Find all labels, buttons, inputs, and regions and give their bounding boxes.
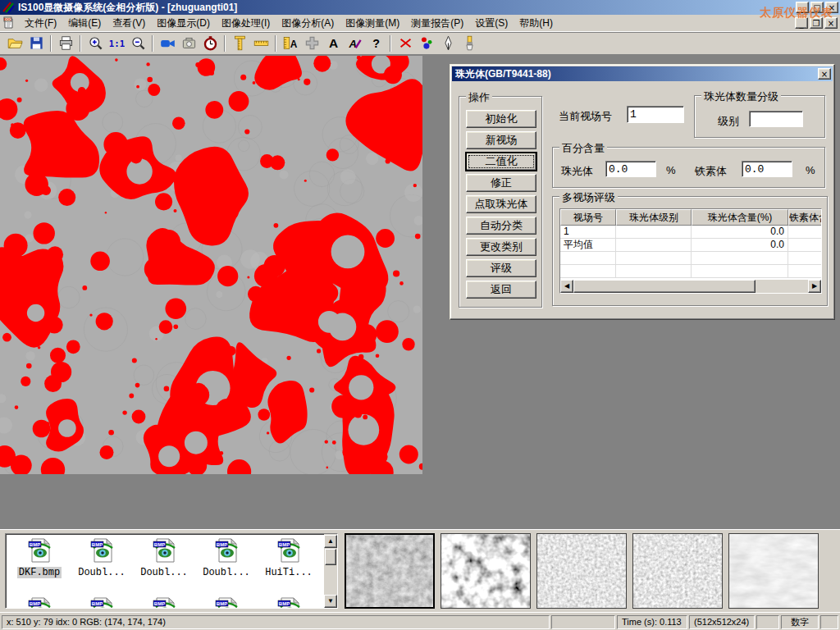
- save-button[interactable]: [25, 34, 47, 53]
- table-cell: [616, 239, 692, 252]
- file-item-partial[interactable]: BMP: [196, 596, 257, 609]
- minimize-button[interactable]: _: [796, 2, 809, 13]
- maximize-button[interactable]: □: [810, 2, 824, 13]
- scroll-down-button[interactable]: ▼: [324, 595, 337, 608]
- table-row[interactable]: [560, 252, 821, 265]
- file-scrollbar-thumb[interactable]: [325, 549, 336, 565]
- mdi-restore-button[interactable]: ❐: [810, 17, 823, 29]
- op-button-2[interactable]: 新视场: [466, 131, 536, 149]
- table-cell: [560, 265, 616, 278]
- measure-text-button[interactable]: A: [280, 34, 301, 53]
- delete-curve-button[interactable]: [395, 34, 416, 53]
- op-button-1[interactable]: 初始化: [466, 110, 536, 128]
- file-item-Doubl-[interactable]: BMPDoubl...: [196, 537, 257, 578]
- snapshot-button[interactable]: [178, 34, 199, 53]
- op-button-3[interactable]: 二值化: [466, 153, 536, 171]
- op-button-7[interactable]: 更改类别: [466, 238, 536, 256]
- op-button-5[interactable]: 点取珠光体: [466, 195, 536, 213]
- close-button[interactable]: ×: [825, 2, 838, 13]
- pen-button[interactable]: [437, 34, 459, 53]
- thumbnail-1[interactable]: [345, 533, 435, 609]
- rating-table[interactable]: 视场号珠光体级别珠光体含量(%)铁素体含量(%) 10.0平均值0.0 ◀ ▶: [559, 208, 822, 294]
- thumbnail-3[interactable]: [536, 533, 627, 609]
- table-column-header[interactable]: 铁素体含量(%): [788, 209, 822, 226]
- timer-button[interactable]: [199, 34, 221, 53]
- help-icon: ?: [368, 35, 384, 51]
- help-button[interactable]: ?: [365, 34, 386, 53]
- file-name: Doubl...: [201, 567, 252, 578]
- video-camera-button[interactable]: [157, 34, 178, 53]
- svg-text:A: A: [328, 36, 337, 50]
- scroll-right-button[interactable]: ▶: [808, 280, 821, 293]
- grade-input[interactable]: [749, 111, 803, 127]
- scroll-left-button[interactable]: ◀: [560, 280, 573, 293]
- menu-item-help[interactable]: 帮助(H): [514, 15, 559, 32]
- op-button-8[interactable]: 评级: [466, 259, 536, 277]
- current-field-input[interactable]: [627, 106, 684, 123]
- open-icon: [7, 35, 23, 51]
- table-horizontal-scrollbar[interactable]: ◀ ▶: [560, 280, 821, 293]
- file-item-partial[interactable]: BMP: [134, 596, 194, 609]
- menu-item-measure-report[interactable]: 测量报告(P): [405, 15, 469, 32]
- zoom-in-button[interactable]: [84, 34, 106, 53]
- table-row[interactable]: [560, 265, 821, 278]
- op-button-4[interactable]: 修正: [466, 174, 536, 192]
- table-cell: 0.0: [692, 226, 788, 239]
- table-column-header[interactable]: 珠光体级别: [616, 209, 692, 226]
- scroll-up-button[interactable]: ▲: [324, 535, 337, 548]
- open-button[interactable]: [4, 34, 25, 53]
- scrollbar-track[interactable]: [756, 280, 808, 293]
- file-item-DKF-bmp[interactable]: BMPDKF.bmp: [9, 537, 70, 578]
- table-row[interactable]: 10.0: [560, 226, 821, 239]
- dialog-title-bar[interactable]: 珠光体(GB/T9441-88) ×: [452, 66, 833, 81]
- text-button[interactable]: A: [322, 34, 344, 53]
- menu-item-image-process[interactable]: 图像处理(I): [216, 15, 276, 32]
- op-button-9[interactable]: 返回: [466, 281, 536, 299]
- print-button[interactable]: [55, 34, 76, 53]
- bmp-file-icon: BMP: [151, 537, 177, 564]
- file-item-Doubl-[interactable]: BMPDoubl...: [134, 537, 194, 578]
- menu-item-image-measure[interactable]: 图像测量(M): [340, 15, 405, 32]
- thumbnail-2[interactable]: [441, 533, 531, 609]
- file-item-partial[interactable]: BMP: [71, 596, 132, 609]
- op-button-6[interactable]: 自动分类: [466, 217, 536, 235]
- file-item-Doubl-[interactable]: BMPDoubl...: [71, 537, 132, 578]
- mdi-minimize-button[interactable]: _: [795, 17, 808, 29]
- file-item-HuiTi-[interactable]: BMPHuiTi...: [258, 537, 319, 578]
- ferrite-percent-input[interactable]: [742, 161, 792, 177]
- timer-icon: [203, 35, 218, 51]
- actual-size-button[interactable]: 1:1: [106, 34, 127, 53]
- file-list-scrollbar[interactable]: ▲ ▼: [324, 534, 337, 608]
- dialog-close-button[interactable]: ×: [818, 68, 831, 80]
- file-item-partial[interactable]: BMP: [9, 596, 70, 609]
- toolbar-buttons: 1:1AAA?: [4, 34, 480, 53]
- edit-text-button[interactable]: A: [344, 34, 365, 53]
- table-column-header[interactable]: 珠光体含量(%): [692, 209, 788, 226]
- pearlite-percent-input[interactable]: [605, 161, 656, 177]
- file-browser[interactable]: ▲ ▼ BMPDKF.bmpBMPDoubl...BMPDoubl...BMPD…: [5, 533, 338, 609]
- brush-button[interactable]: [459, 34, 480, 53]
- specimen-image[interactable]: [0, 56, 422, 474]
- percent-group: 百分含量 珠光体 % 铁素体 %: [552, 147, 825, 188]
- table-column-header[interactable]: 视场号: [560, 209, 616, 226]
- menu-item-image-display[interactable]: 图像显示(D): [151, 15, 216, 32]
- zoom-out-button[interactable]: [127, 34, 148, 53]
- grid-button[interactable]: [301, 34, 322, 53]
- menu-item-view[interactable]: 查看(V): [107, 15, 151, 32]
- mdi-close-button[interactable]: ×: [824, 17, 838, 29]
- menu-item-edit[interactable]: 编辑(E): [62, 15, 107, 32]
- toolbar-separator: [80, 35, 81, 52]
- menu-item-settings[interactable]: 设置(S): [469, 15, 514, 32]
- menu-item-image-analysis[interactable]: 图像分析(A): [276, 15, 340, 32]
- table-row[interactable]: 平均值0.0: [560, 239, 821, 252]
- scrollbar-thumb[interactable]: [573, 280, 756, 293]
- particles-button[interactable]: [416, 34, 437, 53]
- thumbnail-4[interactable]: [632, 533, 723, 609]
- table-cell: [560, 252, 616, 265]
- ruler-button[interactable]: [250, 34, 272, 53]
- caliper-button[interactable]: [229, 34, 250, 53]
- file-item-partial[interactable]: BMP: [258, 596, 319, 609]
- thumbnail-5[interactable]: [728, 533, 819, 609]
- menu-item-file[interactable]: 文件(F): [19, 15, 62, 32]
- grade-label: 级别: [718, 114, 739, 129]
